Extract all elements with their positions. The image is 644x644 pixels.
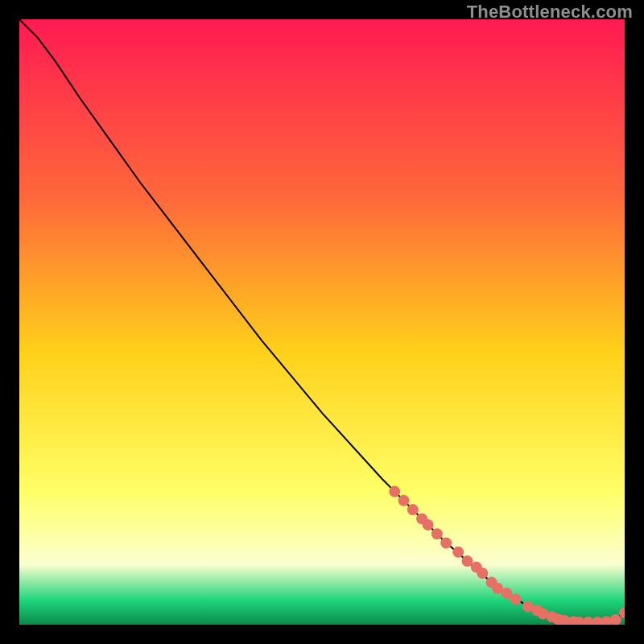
data-point: [398, 495, 410, 506]
data-point: [431, 528, 443, 539]
data-point: [477, 568, 488, 579]
plot-svg: [19, 19, 625, 625]
watermark-text: TheBottleneck.com: [467, 2, 633, 23]
data-point: [452, 547, 464, 558]
data-point: [407, 504, 419, 515]
chart-frame: TheBottleneck.com: [0, 0, 644, 644]
data-point: [510, 593, 522, 605]
gradient-background: [19, 19, 625, 625]
plot-area: [19, 19, 625, 625]
data-point: [423, 519, 434, 530]
data-point: [389, 486, 400, 497]
data-point: [440, 538, 452, 549]
